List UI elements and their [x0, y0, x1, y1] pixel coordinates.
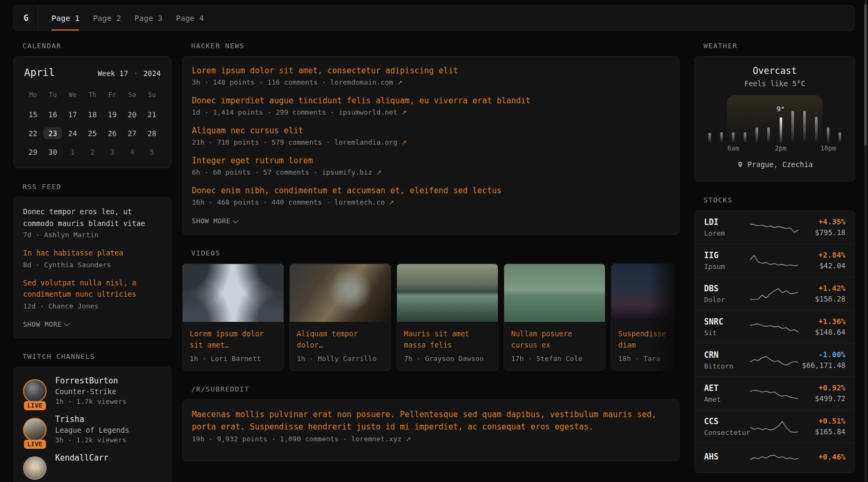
stock-row[interactable]: SNRCSit +1.36%$148.64 — [695, 311, 855, 344]
calendar-day-header: Tu — [43, 88, 63, 102]
hackernews-item-domain[interactable]: loremtech.co — [334, 198, 385, 206]
stock-name: Amet — [704, 395, 750, 403]
external-link-icon: ↗ — [376, 169, 381, 176]
weather-condition: Overcast — [704, 65, 846, 76]
external-link-icon: ↗ — [401, 139, 407, 146]
stock-name: Bitcorn — [704, 362, 750, 370]
twitch-channel-name[interactable]: Trisha — [55, 415, 129, 424]
tab-page-4[interactable]: Page 4 — [176, 6, 204, 31]
stock-row[interactable]: AETAmet +0.92%$499.72 — [695, 377, 855, 410]
calendar-week-number: 17 — [119, 69, 128, 78]
external-link-icon: ↗ — [398, 79, 403, 86]
subreddit-post: Maecenas mollis pulvinar erat non posuer… — [192, 409, 670, 443]
hackernews-item-title[interactable]: Integer eget rutrum lorem — [192, 155, 670, 167]
video-card[interactable]: Suspendisse diam 18h · Tara — [611, 263, 679, 371]
stock-ticker[interactable]: SNRC — [704, 317, 750, 327]
video-body: Mauris sit amet massa felis 7h · Grayson… — [397, 322, 498, 370]
stock-ticker[interactable]: AHS — [704, 452, 750, 462]
stock-ticker[interactable]: LDI — [704, 217, 750, 227]
rss-item-meta: 12d · Chance Jones — [23, 302, 162, 310]
weather-widget-title: WEATHER — [704, 42, 855, 50]
stock-row[interactable]: CRNBitcorn -1.00%$66,171.48 — [695, 344, 855, 377]
hackernews-item-title[interactable]: Lorem ipsum dolor sit amet, consectetur … — [192, 65, 670, 77]
rss-item: Donec tempor eros leo, ut commodo mauris… — [23, 206, 162, 239]
rss-item-title[interactable]: Donec tempor eros leo, ut commodo mauris… — [23, 206, 162, 229]
stock-row[interactable]: CCSConsectetur +0.51%$165.84 — [695, 410, 855, 443]
twitch-channel-info: Trisha League of Legends 3h · 1.2k viewe… — [55, 415, 129, 444]
video-card[interactable]: Mauris sit amet massa felis 7h · Grayson… — [396, 263, 498, 371]
rss-item-title[interactable]: In hac habitasse platea — [23, 247, 162, 259]
stock-sparkline — [750, 319, 798, 335]
calendar-day: 17 — [63, 108, 83, 122]
video-title[interactable]: Nullam posuere cursus ex — [511, 328, 598, 350]
video-body: Suspendisse diam 18h · Tara — [611, 322, 679, 370]
hackernews-item-meta: 3h · 148 points · 116 comments · loremdo… — [192, 78, 670, 86]
hackernews-item-meta: 16h · 468 points · 440 comments · loremt… — [192, 198, 670, 206]
weather-bar — [791, 111, 794, 142]
live-badge: LIVE — [24, 401, 46, 410]
hackernews-item-title[interactable]: Aliquam nec cursus elit — [192, 125, 670, 137]
video-card[interactable]: Lorem ipsum dolor sit amet consectetu… 1… — [182, 263, 284, 371]
hackernews-item-domain[interactable]: loremdomain.com — [330, 78, 393, 86]
map-pin-icon — [737, 161, 744, 168]
external-link-icon: ↗ — [401, 109, 407, 116]
hackernews-item-meta: 1d · 1,414 points · 299 comments · ipsum… — [192, 108, 670, 116]
subreddit-post-meta: 19h · 9,932 points · 1,090 comments · lo… — [192, 435, 670, 443]
video-meta: 1h · Lori Barnett — [190, 355, 276, 363]
weather-bar — [755, 127, 758, 142]
weather-bar — [803, 111, 806, 142]
video-title[interactable]: Lorem ipsum dolor sit amet consectetu… — [190, 328, 276, 350]
stock-row[interactable]: AHS +0.46% — [695, 443, 855, 472]
calendar-selected-day-value: 23 — [43, 127, 62, 139]
video-card[interactable]: Aliquam tempor dolor nec pharetra… 1h · … — [289, 263, 391, 371]
hackernews-item-domain[interactable]: ipsumworld.net — [339, 108, 398, 116]
stock-price: $499.72 — [798, 394, 845, 403]
subreddit-post-title[interactable]: Maecenas mollis pulvinar erat non posuer… — [192, 409, 670, 433]
weather-bar-slot — [787, 111, 798, 142]
stock-ticker[interactable]: CRN — [704, 350, 750, 360]
twitch-channel-name[interactable]: ForrestBurton — [55, 376, 126, 386]
page-scrollbar[interactable] — [864, 4, 867, 146]
hackernews-item-domain[interactable]: loremlandia.org — [334, 138, 397, 146]
video-card[interactable]: Nullam posuere cursus ex 17h · Stefan Co… — [504, 263, 605, 371]
calendar-day: 20 — [122, 108, 142, 122]
twitch-avatar-wrap — [23, 456, 47, 480]
subreddit-post-domain[interactable]: loremnet.xyz — [351, 435, 401, 443]
twitch-channel[interactable]: KendallCarr — [23, 453, 162, 480]
rss-item: In hac habitasse platea 8d · Cynthia Sau… — [23, 247, 162, 269]
rss-show-more-button[interactable]: SHOW MORE — [23, 320, 70, 328]
hackernews-widget-title: HACKER NEWS — [191, 42, 679, 50]
stock-row[interactable]: IIGIpsum +2.84%$42.04 — [695, 244, 855, 277]
calendar-widget: CALENDAR April Week 17 · 2024 Mo Tu We T… — [13, 42, 171, 168]
video-title[interactable]: Aliquam tempor dolor nec pharetra… — [297, 328, 384, 350]
twitch-channel[interactable]: LIVE Trisha League of Legends 3h · 1.2k … — [23, 415, 162, 444]
app-logo[interactable]: G — [14, 6, 39, 31]
weather-hourly-chart: 9° — [704, 95, 846, 142]
weather-bar-slot — [811, 117, 822, 142]
twitch-channel-category[interactable]: League of Legends — [55, 426, 129, 434]
tab-page-1[interactable]: Page 1 — [51, 6, 79, 31]
rss-item-title[interactable]: Sed volutpat nulla nisl, a condimentum n… — [23, 277, 162, 300]
video-title[interactable]: Mauris sit amet massa felis — [404, 328, 491, 350]
stock-row[interactable]: DBSDolor +1.42%$156.28 — [695, 277, 855, 311]
tab-page-3[interactable]: Page 3 — [134, 6, 162, 31]
stock-ticker[interactable]: AET — [704, 383, 750, 393]
calendar-day-header: Sa — [122, 88, 142, 102]
calendar-day-header: Fr — [102, 88, 122, 102]
hackernews-item-domain[interactable]: ipsumify.biz — [322, 168, 372, 176]
twitch-channel-category[interactable]: Counter-Strike — [55, 387, 126, 396]
stock-ticker[interactable]: DBS — [704, 284, 750, 293]
stock-ticker[interactable]: IIG — [704, 251, 750, 260]
twitch-channel[interactable]: LIVE ForrestBurton Counter-Strike 1h · 1… — [23, 376, 162, 405]
hackernews-show-more-button[interactable]: SHOW MORE — [192, 217, 238, 225]
video-title[interactable]: Suspendisse diam — [618, 328, 679, 350]
calendar-day: 18 — [83, 108, 102, 122]
hackernews-item: Integer eget rutrum lorem 6h · 60 points… — [192, 155, 670, 176]
hackernews-item-title[interactable]: Donec enim nibh, condimentum et accumsan… — [192, 185, 670, 197]
twitch-avatar-wrap: LIVE — [23, 379, 47, 405]
tab-page-2[interactable]: Page 2 — [93, 6, 121, 31]
stock-row[interactable]: LDILorem +4.35%$795.18 — [695, 211, 855, 244]
stock-ticker[interactable]: CCS — [704, 417, 750, 426]
hackernews-item-title[interactable]: Donec imperdiet augue tincidunt felis al… — [192, 95, 670, 107]
twitch-channel-name[interactable]: KendallCarr — [55, 453, 108, 463]
